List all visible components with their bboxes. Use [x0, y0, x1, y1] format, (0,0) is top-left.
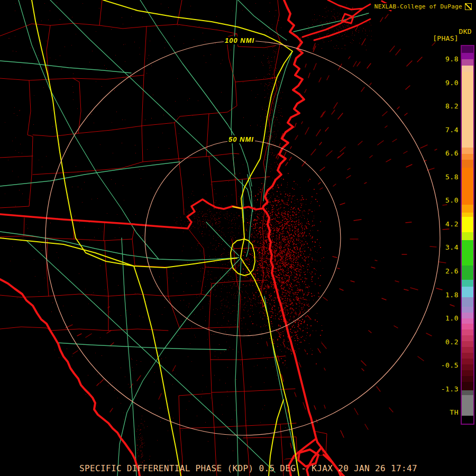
interstate-road [103, 0, 292, 51]
county-line [50, 0, 102, 25]
scale-segment [462, 59, 473, 66]
coastline [328, 0, 370, 10]
radar-echo-pixels [15, 3, 371, 466]
scale-segment [462, 341, 473, 347]
scale-segment [462, 395, 473, 416]
county-line [214, 391, 246, 427]
county-line [201, 269, 237, 296]
scale-segment [462, 168, 473, 205]
highway-green [0, 232, 239, 260]
scale-segment [462, 287, 473, 297]
state-line [0, 199, 263, 228]
radar-echo-pixels [8, 7, 368, 466]
scale-tick-label: 5.0 [445, 196, 459, 204]
county-line [210, 360, 244, 392]
scale-segment [462, 266, 473, 280]
scale-tick-label: 7.4 [445, 126, 459, 134]
scale-segment [462, 318, 473, 324]
county-line [242, 356, 286, 360]
scale-tick-label: 9.8 [445, 55, 459, 63]
scale-segment [462, 364, 473, 370]
coastline [263, 0, 304, 208]
brand-text: NEXLAB-College of DuPage [374, 3, 462, 10]
county-line [209, 281, 241, 328]
scale-segment [462, 307, 473, 313]
scale-tick-label: 1.8 [445, 291, 459, 299]
county-line [168, 296, 210, 329]
scale-tick-label: 5.8 [445, 173, 459, 181]
scale-segment [462, 382, 473, 390]
scale-segment [462, 280, 473, 287]
scale-tick-label: 3.4 [445, 243, 459, 251]
county-line [234, 248, 267, 249]
range-ring-label-100nmi: 100 NMI [224, 36, 255, 44]
highway-green [0, 162, 180, 186]
range-ring-label-50nmi: 50 NMI [227, 135, 255, 143]
product-title: SPECIFIC DIFFERENTIAL PHASE (KDP) 0.5 DE… [79, 463, 417, 473]
county-line [235, 77, 277, 82]
county-line [235, 180, 237, 205]
county-line [244, 389, 295, 391]
scale-segment [462, 335, 473, 341]
scale-segment [462, 72, 473, 148]
scale-segment [462, 160, 473, 168]
county-line [142, 26, 147, 126]
scale-segment [462, 353, 473, 359]
scale-segment [462, 347, 473, 353]
scale-segment [462, 376, 473, 382]
scale-tick-label: 0.2 [445, 338, 459, 346]
scale-segment [462, 46, 473, 53]
scale-segment [462, 324, 473, 329]
scale-segment [462, 370, 473, 376]
highway-green [0, 61, 131, 73]
scale-segment [462, 240, 473, 266]
scale-segment [462, 329, 473, 335]
cod-logo-icon[interactable] [465, 3, 472, 10]
highway-green [57, 343, 226, 350]
county-line [175, 34, 237, 123]
scale-tick-label: 1.0 [445, 314, 459, 322]
scale-tick-label: 8.2 [445, 102, 459, 110]
county-line [108, 329, 168, 331]
scale-tick-label: -0.5 [441, 361, 459, 369]
scale-tick-label: 2.6 [445, 267, 459, 275]
coastline [0, 279, 140, 476]
highway-green [294, 13, 369, 32]
header-brand: NEXLAB-College of DuPage [374, 3, 472, 10]
highway-green [122, 238, 136, 476]
highway-green [264, 296, 299, 476]
highway-green [117, 258, 241, 476]
highway-green [206, 222, 239, 256]
county-line [0, 78, 33, 208]
product-units: [PHAS] [432, 34, 459, 42]
scale-segment [462, 313, 473, 318]
scale-segment [462, 390, 473, 395]
scale-segment [462, 217, 473, 232]
scale-segment [462, 297, 473, 307]
county-line [104, 228, 134, 241]
county-line [142, 123, 179, 162]
county-line [78, 123, 175, 133]
color-scale-bar [461, 45, 474, 425]
scale-segment [462, 359, 473, 364]
scale-segment [462, 416, 473, 422]
scale-tick-label: -1.3 [441, 385, 459, 393]
scale-segment [462, 148, 473, 154]
scale-segment [462, 205, 473, 213]
scale-threshold-label: TH [449, 408, 459, 416]
county-line [0, 156, 33, 158]
coastline [263, 208, 317, 442]
county-line [179, 159, 184, 215]
radar-echo-pixels [3, 3, 371, 466]
radar-display: 100 NMI 50 NMI NEXLAB-College of DuPage … [0, 0, 476, 476]
scale-segment [462, 232, 473, 240]
county-line [237, 280, 268, 281]
scale-tick-label: 4.2 [445, 220, 459, 228]
radar-echo-pixels [8, 3, 367, 475]
county-line [209, 153, 235, 182]
scale-segment [462, 53, 473, 59]
county-line [179, 114, 209, 159]
county-line [99, 0, 182, 29]
product-code: DKD [459, 28, 472, 35]
scale-segment [462, 213, 473, 217]
